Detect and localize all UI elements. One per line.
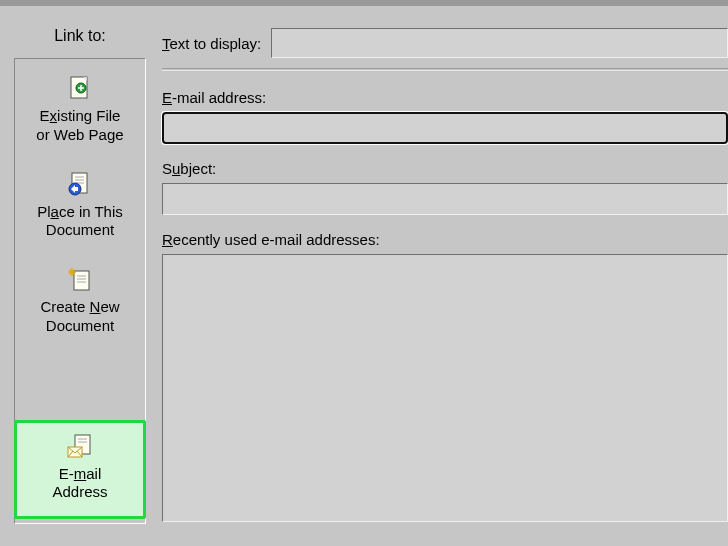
email-address-row: E-mail address: xyxy=(162,89,728,144)
svg-rect-10 xyxy=(74,271,89,290)
link-to-options-group: Existing Fileor Web Page Place in xyxy=(15,63,145,342)
text-to-display-label: Text to display: xyxy=(162,35,261,52)
subject-input[interactable] xyxy=(162,183,728,215)
sidebar-item-create-new-document[interactable]: Create NewDocument xyxy=(18,260,142,342)
insert-hyperlink-dialog: Link to: Existing Fileor Web Page xyxy=(0,0,728,546)
recently-used-label: Recently used e-mail addresses: xyxy=(162,231,728,248)
sidebar-item-email-address[interactable]: E-mailAddress xyxy=(14,420,146,520)
sidebar-item-label: E-mailAddress xyxy=(52,465,107,503)
divider xyxy=(162,68,728,71)
main-panel: Text to display: E-mail address: Subject… xyxy=(162,14,728,546)
email-address-icon xyxy=(66,433,94,461)
existing-file-icon xyxy=(66,75,94,103)
link-to-sidebar: Link to: Existing Fileor Web Page xyxy=(14,14,146,534)
link-to-options: Existing Fileor Web Page Place in xyxy=(14,58,146,524)
sidebar-item-label: Place in ThisDocument xyxy=(37,203,123,241)
link-to-label: Link to: xyxy=(14,14,146,58)
email-address-input[interactable] xyxy=(162,112,728,144)
recently-used-listbox[interactable] xyxy=(162,254,728,522)
subject-label: Subject: xyxy=(162,160,728,177)
create-new-document-icon xyxy=(66,266,94,294)
text-to-display-row: Text to display: xyxy=(162,28,728,58)
text-to-display-input[interactable] xyxy=(271,28,728,58)
sidebar-item-place-in-document[interactable]: Place in ThisDocument xyxy=(18,165,142,247)
sidebar-item-label: Existing Fileor Web Page xyxy=(36,107,123,145)
place-in-document-icon xyxy=(66,171,94,199)
subject-row: Subject: xyxy=(162,160,728,215)
dialog-top-border xyxy=(0,0,728,6)
recently-used-row: Recently used e-mail addresses: xyxy=(162,231,728,522)
sidebar-item-label: Create NewDocument xyxy=(40,298,119,336)
email-address-label: E-mail address: xyxy=(162,89,728,106)
sidebar-item-existing-file[interactable]: Existing Fileor Web Page xyxy=(18,69,142,151)
